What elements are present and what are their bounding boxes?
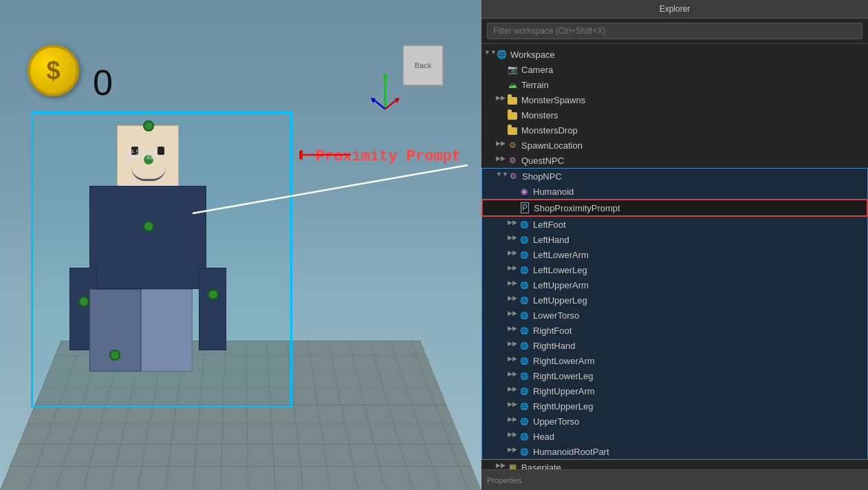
tree-arrow-quest-npc[interactable]: ▶ [495,155,506,166]
tree-label-workspace: Workspace [510,50,555,60]
tree-arrow-spawn-location[interactable]: ▶ [495,140,506,151]
tree-arrow-left-lower-leg[interactable]: ▶ [507,264,518,275]
tree-item-left-foot[interactable]: ▶🌐LeftFoot [481,217,868,232]
tree-arrow-workspace[interactable]: ▼ [484,49,495,60]
tree-item-left-lower-leg[interactable]: ▶🌐LeftLowerLeg [481,262,868,277]
tree-arrow-left-foot[interactable]: ▶ [507,219,518,230]
tree-item-terrain[interactable]: ⛰Terrain [481,77,868,92]
tree-arrow-baseplate[interactable]: ▶ [495,462,506,469]
tree-icon-left-lower-leg: 🌐 [518,264,530,276]
tree-item-humanoid[interactable]: ◉Humanoid [481,184,868,199]
tree-label-right-hand: RightHand [533,341,575,351]
tree-arrow-right-lower-arm[interactable]: ▶ [507,355,518,366]
tree-icon-humanoid: ◉ [518,185,530,198]
tree-icon-shop-npc: ⚙ [507,170,519,182]
tree-item-lower-torso[interactable]: ▶🌐LowerTorso [481,308,868,323]
tree-arrow-right-foot[interactable]: ▶ [507,325,518,336]
explorer-panel: Explorer ▼🌐Workspace 📷Camera ⛰Terrain▶ M… [481,0,868,490]
tree-label-right-upper-arm: RightUpperArm [533,386,595,396]
tree-arrow-left-lower-arm[interactable]: ▶ [507,249,518,260]
svg-marker-1 [383,73,388,78]
tree-arrow-right-upper-arm[interactable]: ▶ [507,385,518,396]
tree-arrow-right-upper-leg[interactable]: ▶ [507,401,518,412]
viewport: $ 0 Back [0,0,481,490]
tree-item-camera[interactable]: 📷Camera [481,62,868,77]
tree-icon-right-lower-leg: 🌐 [518,370,530,382]
tree-icon-right-upper-leg: 🌐 [518,400,530,412]
tree-icon-monsters [506,109,519,121]
tree-item-left-upper-arm[interactable]: ▶🌐LeftUpperArm [481,277,868,292]
tree-icon-right-upper-arm: 🌐 [518,385,530,397]
tree-arrow-lower-torso[interactable]: ▶ [507,310,518,321]
tree-item-right-upper-leg[interactable]: ▶🌐RightUpperLeg [481,398,868,414]
tree-arrow-left-hand[interactable]: ▶ [507,234,518,245]
tree-label-left-hand: LeftHand [533,235,569,245]
tree-item-left-lower-arm[interactable]: ▶🌐LeftLowerArm [481,247,868,262]
tree-label-lower-torso: LowerTorso [533,310,579,321]
tree-item-baseplate[interactable]: ▶▦Baseplate [481,460,868,469]
tree-label-shop-npc: ShopNPC [522,171,562,182]
tree-icon-monsters-drop [506,124,519,136]
bottom-panel: Properties [481,469,868,490]
tree-item-right-lower-arm[interactable]: ▶🌐RightLowerArm [481,353,868,368]
tree-label-baseplate: Baseplate [521,462,561,470]
tree-arrow-head[interactable]: ▶ [507,431,518,442]
tree-label-spawn-location: SpawnLocation [521,140,583,151]
tree-label-right-foot: RightFoot [533,326,572,336]
tree-item-monster-spawns[interactable]: ▶ MonsterSpawns [481,92,868,107]
tree-icon-left-upper-arm: 🌐 [518,279,530,291]
filter-input[interactable] [487,23,862,39]
explorer-title: Explorer [660,4,691,14]
tree-item-shop-npc[interactable]: ▼⚙ShopNPC [481,168,868,184]
npc-container [24,91,334,421]
tree-arrow-right-hand[interactable]: ▶ [507,340,518,351]
green-dot-right-arm [208,289,219,300]
npc-left-leg [89,289,141,372]
shop-label: 武器屋 [124,148,157,162]
tree-item-workspace[interactable]: ▼🌐Workspace [481,47,868,62]
bottom-label: Properties [487,476,521,484]
tree-item-right-upper-arm[interactable]: ▶🌐RightUpperArm [481,383,868,398]
tree-icon-spawn-location: ⚙ [506,139,519,151]
filter-bar[interactable] [481,19,868,44]
green-dot-left-arm [78,296,89,307]
tree-arrow-shop-npc[interactable]: ▼ [496,171,507,182]
tree-item-right-lower-leg[interactable]: ▶🌐RightLowerLeg [481,368,868,383]
tree-container[interactable]: ▼🌐Workspace 📷Camera ⛰Terrain▶ MonsterSpa… [481,44,868,469]
tree-item-spawn-location[interactable]: ▶⚙SpawnLocation [481,138,868,153]
tree-arrow-monster-spawns[interactable]: ▶ [495,94,506,105]
tree-item-humanoid-root[interactable]: ▶🌐HumanoidRootPart [481,444,868,460]
tree-arrow-left-upper-leg[interactable]: ▶ [507,295,518,306]
svg-line-2 [385,99,398,109]
tree-label-camera: Camera [521,65,553,75]
tree-arrow-right-lower-leg[interactable]: ▶ [507,370,518,381]
tree-item-monsters-drop[interactable]: MonstersDrop [481,122,868,138]
tree-item-shop-proximity[interactable]: PShopProximityPrompt [481,199,868,217]
tree-label-left-upper-leg: LeftUpperLeg [533,295,587,306]
tree-item-upper-torso[interactable]: ▶🌐UpperTorso [481,414,868,429]
npc-smile [131,167,166,181]
tree-item-quest-npc[interactable]: ▶⚙QuestNPC [481,153,868,168]
tree-label-left-lower-leg: LeftLowerLeg [533,265,587,275]
tree-item-left-upper-leg[interactable]: ▶🌐LeftUpperLeg [481,292,868,308]
tree-arrow-upper-torso[interactable]: ▶ [507,416,518,427]
tree-arrow-left-upper-arm[interactable]: ▶ [507,279,518,290]
tree-icon-humanoid-root: 🌐 [518,445,530,458]
tree-item-right-foot[interactable]: ▶🌐RightFoot [481,323,868,338]
tree-item-head[interactable]: ▶🌐Head [481,429,868,444]
tree-label-quest-npc: QuestNPC [521,156,564,166]
tree-icon-left-foot: 🌐 [518,218,530,231]
npc-torso [89,186,206,289]
tree-item-monsters[interactable]: Monsters [481,107,868,122]
tree-label-terrain: Terrain [521,80,549,90]
tree-label-right-lower-leg: RightLowerLeg [533,371,593,381]
tree-item-right-hand[interactable]: ▶🌐RightHand [481,338,868,353]
tree-label-left-foot: LeftFoot [533,220,566,230]
tree-label-shop-proximity: ShopProximityPrompt [534,203,620,213]
tree-item-left-hand[interactable]: ▶🌐LeftHand [481,232,868,247]
npc-right-leg [141,289,193,372]
back-button[interactable]: Back [402,45,444,86]
tree-arrow-humanoid-root[interactable]: ▶ [507,446,518,457]
explorer-header: Explorer [481,0,868,19]
tree-icon-left-upper-leg: 🌐 [518,294,530,306]
